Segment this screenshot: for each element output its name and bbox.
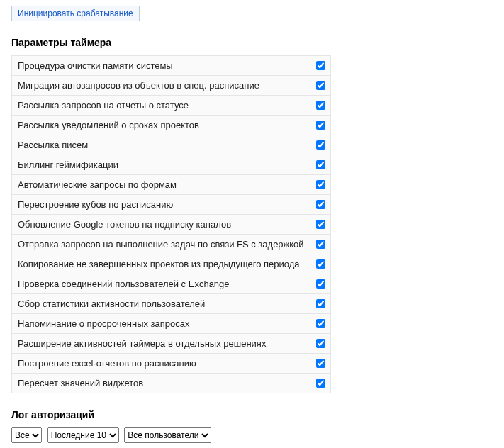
param-checkbox[interactable]: [316, 339, 325, 348]
param-checkbox-cell: [310, 116, 330, 135]
param-checkbox[interactable]: [316, 379, 325, 388]
param-label: Копирование не завершенных проектов из п…: [12, 254, 310, 274]
param-checkbox[interactable]: [316, 259, 325, 269]
param-label: Миграция автозапросов из объектов в спец…: [12, 76, 310, 96]
param-checkbox-cell: [310, 354, 330, 374]
param-row: Напоминание о просроченных запросах: [12, 314, 331, 334]
param-checkbox[interactable]: [316, 180, 325, 189]
param-label: Обновление Google токенов на подписку ка…: [12, 215, 310, 235]
param-row: Проверка соединений пользователей с Exch…: [12, 274, 331, 294]
param-row: Рассылка уведомлений о сроках проектов: [12, 116, 331, 135]
param-label: Автоматические запросы по формам: [12, 175, 310, 195]
param-checkbox-cell: [310, 56, 330, 76]
param-checkbox-cell: [310, 155, 330, 175]
param-label: Построение excel-отчетов по расписанию: [12, 354, 310, 374]
param-checkbox[interactable]: [316, 299, 325, 308]
param-row: Перестроение кубов по расписанию: [12, 195, 331, 215]
initiate-trigger-button[interactable]: Инициировать срабатывание: [11, 6, 140, 21]
param-label: Напоминание о просроченных запросах: [12, 314, 310, 334]
param-checkbox-cell: [310, 314, 330, 334]
param-row: Миграция автозапросов из объектов в спец…: [12, 76, 331, 96]
param-checkbox-cell: [310, 215, 330, 235]
param-label: Рассылка писем: [12, 135, 310, 155]
timer-params-table: Процедура очистки памяти системыМиграция…: [11, 55, 331, 393]
param-label: Процедура очистки памяти системы: [12, 56, 310, 76]
param-checkbox[interactable]: [316, 279, 325, 289]
param-label: Пересчет значений виджетов: [12, 374, 310, 393]
param-checkbox-cell: [310, 334, 330, 354]
param-checkbox-cell: [310, 76, 330, 96]
param-checkbox-cell: [310, 254, 330, 274]
filter-user-select[interactable]: Все пользователи: [124, 427, 211, 443]
param-row: Рассылка запросов на отчеты о статусе: [12, 96, 331, 116]
filter-count-select[interactable]: Последние 10: [47, 427, 119, 443]
param-checkbox-cell: [310, 96, 330, 116]
param-checkbox[interactable]: [316, 240, 325, 249]
param-row: Отправка запросов на выполнение задач по…: [12, 235, 331, 254]
filter-scope-select[interactable]: Все: [11, 427, 42, 443]
param-label: Проверка соединений пользователей с Exch…: [12, 274, 310, 294]
param-label: Биллинг геймификации: [12, 155, 310, 175]
param-row: Процедура очистки памяти системы: [12, 56, 331, 76]
param-checkbox[interactable]: [316, 220, 325, 229]
param-checkbox[interactable]: [316, 81, 325, 90]
param-label: Рассылка запросов на отчеты о статусе: [12, 96, 310, 116]
param-label: Сбор статистики активности пользователей: [12, 294, 310, 314]
timer-params-heading: Параметры таймера: [11, 37, 493, 48]
param-label: Отправка запросов на выполнение задач по…: [12, 235, 310, 254]
param-row: Копирование не завершенных проектов из п…: [12, 254, 331, 274]
param-row: Расширение активностей таймера в отдельн…: [12, 334, 331, 354]
param-row: Рассылка писем: [12, 135, 331, 155]
param-checkbox[interactable]: [316, 121, 325, 130]
param-label: Перестроение кубов по расписанию: [12, 195, 310, 215]
param-row: Биллинг геймификации: [12, 155, 331, 175]
param-row: Сбор статистики активности пользователей: [12, 294, 331, 314]
param-checkbox-cell: [310, 374, 330, 393]
param-checkbox[interactable]: [316, 101, 325, 110]
param-row: Пересчет значений виджетов: [12, 374, 331, 393]
param-checkbox-cell: [310, 135, 330, 155]
param-checkbox-cell: [310, 175, 330, 195]
param-checkbox-cell: [310, 274, 330, 294]
param-row: Обновление Google токенов на подписку ка…: [12, 215, 331, 235]
param-checkbox[interactable]: [316, 319, 325, 328]
param-checkbox-cell: [310, 235, 330, 254]
param-checkbox-cell: [310, 294, 330, 314]
param-checkbox[interactable]: [316, 160, 325, 169]
param-label: Расширение активностей таймера в отдельн…: [12, 334, 310, 354]
param-checkbox[interactable]: [316, 359, 325, 368]
param-checkbox[interactable]: [316, 61, 325, 70]
param-row: Построение excel-отчетов по расписанию: [12, 354, 331, 374]
auth-log-heading: Лог авторизаций: [11, 409, 493, 420]
param-label: Рассылка уведомлений о сроках проектов: [12, 116, 310, 135]
param-checkbox-cell: [310, 195, 330, 215]
param-checkbox[interactable]: [316, 200, 325, 209]
param-row: Автоматические запросы по формам: [12, 175, 331, 195]
param-checkbox[interactable]: [316, 140, 325, 150]
log-filters: Все Последние 10 Все пользователи: [11, 427, 493, 443]
